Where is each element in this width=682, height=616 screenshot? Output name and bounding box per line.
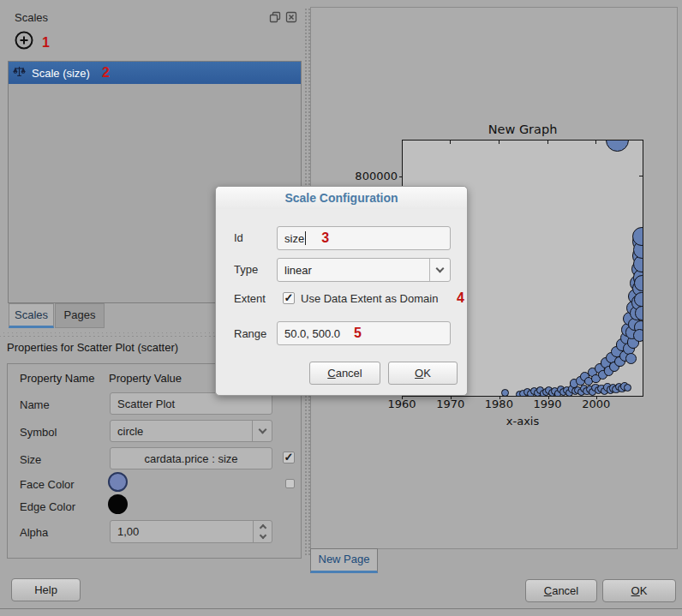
scatter-point [625, 353, 637, 364]
annotation-1: 1 [42, 35, 50, 51]
type-field-label: Type [234, 263, 258, 276]
annotation-5: 5 [354, 326, 362, 341]
cancel-button[interactable]: Cancel [525, 579, 597, 602]
prop-label-edge-color: Edge Color [20, 500, 75, 513]
scales-list-item-label: Scale (size) [32, 67, 90, 80]
properties-heading: Properties for Scatter Plot (scatter) [7, 341, 178, 354]
size-mapping-button[interactable]: cardata.price : size [110, 447, 272, 469]
tab-new-page[interactable]: New Page [310, 548, 378, 573]
prop-label-size: Size [20, 453, 41, 466]
column-header-property-value: Property Value [109, 372, 182, 385]
scatter-point [624, 384, 632, 392]
ok-button[interactable]: OK [602, 579, 676, 602]
range-field-label: Range [234, 327, 266, 340]
type-select[interactable]: linear [277, 258, 451, 282]
x-tick-label: 1980 [480, 398, 517, 410]
x-tick-top [547, 141, 548, 144]
face-color-swatch[interactable] [108, 472, 128, 492]
scatter-point [632, 227, 643, 246]
dialog-ok-button[interactable]: OK [388, 362, 458, 385]
prop-label-face-color: Face Color [20, 478, 75, 491]
prop-label-alpha: Alpha [20, 526, 48, 539]
x-tick-label: 2000 [577, 398, 615, 410]
tab-scales[interactable]: Scales [9, 303, 54, 328]
scatter-point [501, 389, 509, 396]
scale-balance-icon [13, 65, 26, 81]
extent-checkbox-label: Use Data Extent as Domain [301, 292, 438, 305]
scatter-point [606, 141, 629, 152]
prop-label-symbol: Symbol [20, 426, 57, 439]
x-tick-top [450, 141, 451, 144]
dock-title: Scales [15, 11, 48, 24]
id-field-label: Id [234, 231, 243, 244]
scales-list-item-scale-size[interactable]: Scale (size) 2 [9, 62, 301, 84]
dialog-title: Scale Configuration [216, 187, 467, 209]
y-tick-right [639, 176, 643, 176]
spinner-arrows-icon[interactable] [253, 521, 272, 542]
scatter-point [634, 275, 643, 291]
scale-configuration-dialog: Scale Configuration Id size 3 Type linea… [215, 186, 468, 396]
size-enabled-checkbox[interactable] [283, 452, 295, 463]
plot-title: New Graph [402, 123, 643, 136]
column-header-property-name: Property Name [20, 372, 94, 385]
tab-pages[interactable]: Pages [55, 303, 105, 328]
annotation-3: 3 [321, 230, 329, 246]
dialog-cancel-button[interactable]: Cancel [309, 362, 380, 385]
prop-label-name: Name [20, 398, 50, 411]
help-button[interactable]: Help [11, 578, 81, 601]
annotation-2: 2 [102, 65, 110, 81]
x-tick-top [499, 141, 500, 144]
symbol-select[interactable]: circle [110, 420, 272, 442]
extent-field-label: Extent [234, 292, 266, 305]
x-tick-label: 1990 [529, 398, 566, 410]
x-axis-label: x-axis [402, 415, 643, 428]
window-bottom-divider [0, 608, 682, 609]
y-tick-label: 800000 [341, 170, 398, 182]
scatter-point [633, 329, 643, 342]
plus-circle-icon [14, 40, 34, 53]
chevron-down-icon [429, 259, 450, 281]
edge-color-swatch[interactable] [108, 494, 128, 514]
x-tick-label: 1970 [432, 398, 470, 410]
face-color-checkbox[interactable] [285, 479, 295, 488]
scatter-point [635, 306, 643, 320]
x-tick-label: 1960 [383, 398, 421, 410]
id-input[interactable]: size 3 [277, 226, 451, 250]
x-tick-labels: 19601970198019902000 [402, 398, 643, 411]
range-input[interactable]: 50.0, 500.0 5 [277, 321, 451, 345]
close-panel-icon[interactable] [285, 11, 297, 23]
annotation-4: 4 [457, 290, 464, 306]
add-scale-button[interactable] [14, 30, 34, 51]
extent-checkbox[interactable] [283, 292, 295, 304]
float-panel-icon[interactable] [269, 11, 281, 23]
x-tick-top [595, 141, 596, 144]
chevron-down-icon [252, 421, 272, 441]
alpha-spinbox[interactable]: 1,00 [110, 520, 272, 543]
y-tick-left [399, 176, 403, 177]
text-caret [305, 231, 306, 245]
